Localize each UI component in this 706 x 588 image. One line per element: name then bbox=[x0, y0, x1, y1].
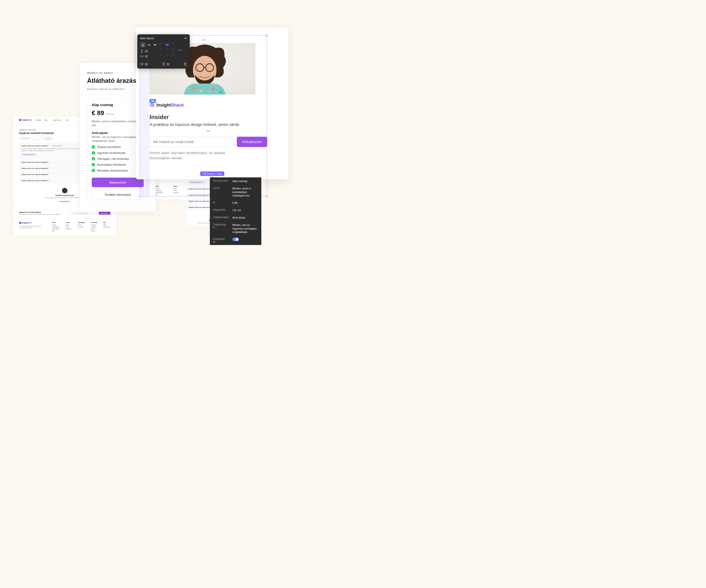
direction-vertical-button[interactable] bbox=[140, 42, 146, 47]
newsletter-button[interactable]: Feliratkozom bbox=[99, 212, 110, 215]
svg-point-6 bbox=[200, 90, 202, 92]
check-icon bbox=[92, 151, 95, 155]
brand-logo: InsightShack bbox=[150, 102, 267, 108]
logo: InsightShack bbox=[19, 119, 32, 121]
nav-item[interactable]: Design & Dev ⌄ bbox=[53, 119, 63, 121]
direction-wrap-button[interactable] bbox=[152, 42, 157, 47]
svg-point-8 bbox=[220, 91, 222, 93]
svg-point-5 bbox=[192, 87, 195, 90]
footer: InsightShack Ahol a felhasználó-központú… bbox=[13, 218, 116, 236]
check-icon bbox=[92, 163, 95, 166]
svg-point-7 bbox=[212, 88, 215, 91]
gap-horizontal[interactable]: 32 bbox=[140, 55, 157, 58]
spacing-badge: 32 bbox=[150, 99, 156, 103]
prop-value[interactable]: Minden, amire a kezdetekben szükséged va… bbox=[232, 187, 259, 197]
nav-item[interactable]: Shop ⌄ bbox=[44, 119, 49, 121]
selection-mark-icon bbox=[202, 40, 206, 40]
avatar bbox=[62, 188, 68, 193]
prop-toggle[interactable] bbox=[232, 238, 259, 242]
more-info-button[interactable]: További információ bbox=[92, 190, 144, 200]
properties-panel[interactable]: Csomag neveAlap csomag LeírásMinden, ami… bbox=[210, 177, 261, 245]
alignment-grid[interactable] bbox=[160, 42, 174, 56]
check-icon bbox=[92, 157, 95, 161]
prop-value[interactable]: / fő / hó bbox=[232, 209, 259, 212]
faq-more-link[interactable]: További információ itt → bbox=[21, 153, 37, 156]
email-input[interactable] bbox=[150, 137, 234, 147]
frame-size-pill: Fill (max) × Hug bbox=[200, 171, 224, 176]
newsletter-sub: A praktikus és hasznos design hírlevél, … bbox=[150, 123, 267, 127]
svg-rect-12 bbox=[141, 63, 143, 65]
top-nav: Kezdőlap Shop ⌄ Design & Dev ⌄ Blog bbox=[35, 119, 68, 121]
search-input[interactable]: 🔍 Mit keresel? bbox=[19, 137, 42, 140]
svg-point-9 bbox=[152, 104, 153, 106]
prop-value[interactable]: Minden, ami az ingyenes csomagban megtal… bbox=[232, 223, 259, 234]
nav-item[interactable]: Blog bbox=[66, 119, 69, 121]
plan-price: € 89 bbox=[92, 109, 104, 117]
resize-handle[interactable] bbox=[266, 35, 268, 36]
prop-value[interactable]: Amit adunk bbox=[232, 216, 259, 219]
contact-button[interactable]: Kapcsolatfelvétel bbox=[57, 200, 72, 203]
search-button[interactable]: Keresés bbox=[44, 137, 52, 140]
check-icon bbox=[92, 169, 95, 172]
direction-buttons bbox=[140, 42, 157, 47]
accent-divider bbox=[207, 131, 210, 131]
plan-unit: / fő / hó bbox=[106, 113, 114, 116]
direction-horizontal-button[interactable] bbox=[146, 42, 152, 47]
email-disclaimer: Semmi spam. Bármikor leiratkozhatsz. Az … bbox=[150, 151, 243, 161]
auto-layout-panel[interactable]: Auto layout 32 32 bbox=[137, 34, 190, 69]
panel-title: Auto layout bbox=[140, 37, 154, 40]
subscribe-button[interactable]: Feliratkozom bbox=[237, 137, 267, 147]
svg-rect-13 bbox=[162, 63, 164, 66]
expand-padding-icon[interactable] bbox=[184, 62, 187, 66]
svg-rect-14 bbox=[184, 63, 186, 65]
check-icon bbox=[92, 145, 95, 149]
logo-icon bbox=[150, 102, 155, 108]
minimize-icon[interactable] bbox=[184, 38, 187, 38]
prop-value[interactable]: € 89 bbox=[232, 201, 259, 205]
gap-vertical[interactable]: 32 bbox=[140, 49, 157, 53]
padding-horizontal[interactable]: 32 bbox=[140, 62, 148, 66]
padding-vertical[interactable]: 32 bbox=[162, 62, 170, 66]
buy-button[interactable]: Megveszem bbox=[92, 178, 144, 187]
nav-item[interactable]: Kezdőlap bbox=[35, 119, 41, 121]
more-options-icon[interactable] bbox=[178, 42, 181, 58]
newsletter-input[interactable]: Ide írhatod az email címed bbox=[71, 211, 91, 215]
newsletter-heading: Insider bbox=[150, 114, 267, 121]
prop-value[interactable]: Alap csomag bbox=[232, 179, 259, 183]
